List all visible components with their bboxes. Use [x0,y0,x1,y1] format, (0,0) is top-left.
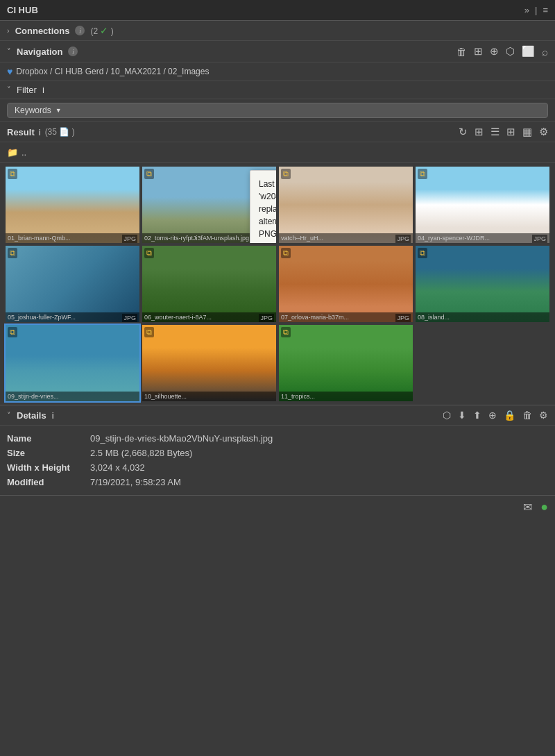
link-icon[interactable]: ⬡ [506,45,515,58]
image-format-7: JPG [395,314,411,322]
image-cell-11[interactable]: ⧉ 11_tropics... [279,325,413,401]
image-format-4: JPG [532,235,547,243]
details-dimensions-key: Width x Height [7,462,90,473]
copy-icon-11: ⧉ [281,327,291,337]
add-grid-icon[interactable]: ⊞ [475,126,484,138]
trash-icon[interactable]: 🗑 [456,46,467,58]
image-label-10: 10_silhouette... [142,392,276,401]
details-dimensions-value: 3,024 x 4,032 [90,462,145,473]
navigation-toolbar: 🗑 ⊞ ⊕ ⬡ ⬜ ⌕ [456,45,548,58]
image-cell-1[interactable]: ⧉ 01_brian-mann-Qmb... JPG [6,167,139,243]
image-cell-3[interactable]: ⧉ vatch--Hr_uH... JPG [279,167,413,243]
app-title-text: CI HUB [7,5,38,15]
details-table: Name 09_stijn-de-vries-kbMao2VbNuY-unspl… [0,426,555,495]
details-header: ˅ Details i ⬡ ⬇ ⬆ ⊕ 🔒 🗑 ⚙ [0,405,555,426]
navigation-chevron[interactable]: ˅ [7,47,11,56]
image-cell-10[interactable]: ⧉ 10_silhouette... [142,325,276,401]
connections-row: › Connections i (2 ✓ ) [0,21,555,41]
connections-chevron[interactable]: › [7,26,10,35]
search-icon[interactable]: ⌕ [542,46,548,58]
file-browser: 📁 .. [0,142,555,163]
copy-icon-7: ⧉ [281,248,291,258]
filter-info-icon[interactable]: i [42,85,44,95]
lock-icon[interactable]: 🔒 [504,410,515,421]
upload-icon[interactable]: ⬆ [473,410,481,421]
grid-icon[interactable]: ⊞ [506,126,515,138]
copy-icon-3: ⧉ [281,169,291,179]
copy-icon-4: ⧉ [418,169,427,179]
image-format-1: JPG [122,235,137,243]
divider-icon: | [535,5,537,15]
image-cell-6[interactable]: ⧉ 06_wouter-naert-i-8A7... JPG [142,246,276,322]
copy-icon-9: ⧉ [8,327,17,337]
image-format-6: JPG [259,314,274,322]
image-format-5: JPG [122,314,137,322]
download-icon[interactable]: ⬇ [458,410,466,421]
delete-icon[interactable]: 🗑 [522,410,532,421]
connections-label: Connections [15,26,70,36]
settings-icon[interactable]: ⚙ [539,126,548,138]
refresh-icon[interactable]: ↻ [459,126,468,138]
email-icon[interactable]: ✉ [523,501,532,514]
image-label-4: 04_ryan-spencer-WJDR... [416,233,549,243]
image-grid: ⧉ 01_brian-mann-Qmb... JPG ⧉ 02_toms-rit… [0,163,555,405]
details-section: ˅ Details i ⬡ ⬇ ⬆ ⊕ 🔒 🗑 ⚙ Name 09_stijn-… [0,405,555,495]
image-label-7: 07_orlova-maria-b37m... [279,312,413,322]
app-title: CI HUB [7,5,38,15]
image-cell-8[interactable]: ⧉ 08_island... [416,246,549,322]
image-format-3: JPG [395,235,411,243]
zoom-icon[interactable]: ⊕ [490,45,499,58]
image-cell-4[interactable]: ⧉ 04_ryan-spencer-WJDR... JPG [416,167,549,243]
external-link-icon[interactable]: ⬡ [443,410,451,421]
details-label: Details [17,410,46,421]
details-size-value: 2.5 MB (2,668,828 Bytes) [90,448,192,458]
navigation-info-icon[interactable]: i [68,47,78,56]
image-cell-7[interactable]: ⧉ 07_orlova-maria-b37m... JPG [279,246,413,322]
tooltip-popup: Last selected conversion 'w2048h1536' no… [250,170,276,243]
keywords-dropdown[interactable]: Keywords ▼ [7,103,548,118]
result-row: Result i (35 📄 ) ↻ ⊞ ☰ ⊞ ▦ ⚙ [0,122,555,142]
image-cell-2[interactable]: ⧉ 02_toms-rits-ryfptJi3fAM-unsplash.jpg … [142,167,276,243]
copy-icon-5: ⧉ [8,248,17,258]
result-toolbar: ↻ ⊞ ☰ ⊞ ▦ ⚙ [459,126,548,138]
details-modified-key: Modified [7,477,90,487]
result-info-icon[interactable]: i [39,127,41,137]
filter-chevron[interactable]: ˅ [7,85,11,94]
copy-icon-10: ⧉ [144,327,154,337]
breadcrumb-path[interactable]: Dropbox / CI HUB Gerd / 10_MAX2021 / 02_… [16,67,209,76]
heart-icon: ♥ [7,66,12,77]
connections-info-icon[interactable]: i [75,26,85,35]
expand-icon[interactable]: » [524,5,529,15]
navigation-label: Navigation [17,47,62,57]
large-grid-icon[interactable]: ▦ [522,126,532,138]
menu-icon[interactable]: ≡ [543,5,548,15]
image-cell-5[interactable]: ⧉ 05_joshua-fuller-ZpWF... JPG [6,246,139,322]
copy-icon-6: ⧉ [144,248,154,258]
add-icon[interactable]: ⊞ [474,45,483,58]
details-settings-icon[interactable]: ⚙ [539,410,548,421]
bottom-bar: ✉ ● [0,495,555,519]
details-chevron[interactable]: ˅ [7,411,11,420]
result-file-icon: 📄 [59,127,69,137]
breadcrumb: ♥ Dropbox / CI HUB Gerd / 10_MAX2021 / 0… [0,62,555,81]
result-label: Result [7,127,35,137]
keywords-label: Keywords [15,106,51,115]
details-toolbar: ⬡ ⬇ ⬆ ⊕ 🔒 🗑 ⚙ [443,410,548,421]
keywords-arrow: ▼ [56,107,62,114]
zoom-details-icon[interactable]: ⊕ [488,410,497,421]
parent-directory[interactable]: 📁 .. [7,146,548,159]
details-size-key: Size [7,448,90,458]
details-dimensions-row: Width x Height 3,024 x 4,032 [7,460,548,475]
parent-dir-label: .. [22,147,26,158]
copy-icon-1: ⧉ [8,169,17,179]
keywords-container: Keywords ▼ [0,99,555,122]
details-info-icon[interactable]: i [52,410,54,421]
filter-row: ˅ Filter i [0,81,555,99]
folder-icon[interactable]: ⬜ [522,45,535,58]
title-bar: CI HUB » | ≡ [0,0,555,21]
user-icon[interactable]: ● [540,500,548,514]
image-label-11: 11_tropics... [279,392,413,401]
list-icon[interactable]: ☰ [490,126,500,138]
image-cell-9[interactable]: ⧉ 09_stijn-de-vries... [6,325,139,401]
image-label-1: 01_brian-mann-Qmb... [6,233,139,243]
